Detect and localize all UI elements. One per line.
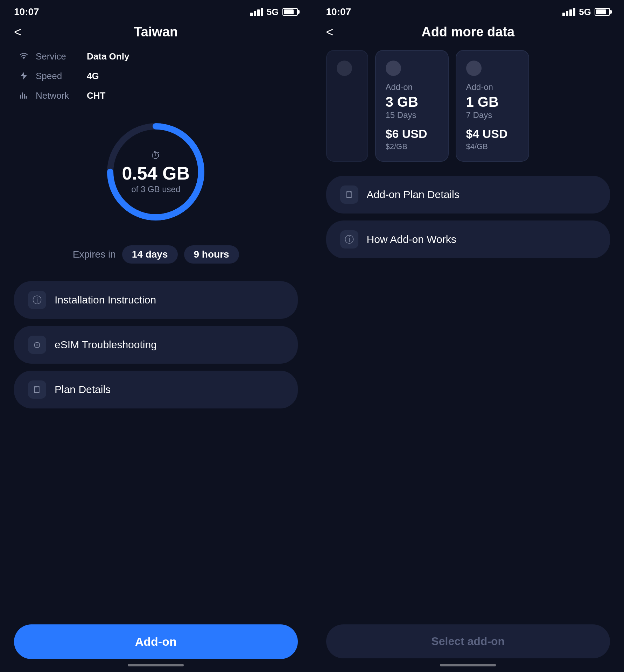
installation-button[interactable]: ⓘ Installation Instruction bbox=[14, 281, 298, 319]
right-screen: 10:07 5G < Add more data Add-on bbox=[312, 0, 624, 672]
how-works-label: How Add-on Works bbox=[367, 233, 456, 245]
status-icons-right: 5G bbox=[562, 7, 610, 18]
service-row: Service Data Only bbox=[0, 47, 312, 66]
home-indicator-left bbox=[128, 664, 184, 666]
plan-details-icon-left: 🗒 bbox=[28, 380, 46, 399]
expires-label: Expires in bbox=[73, 249, 116, 260]
speed-value: 4G bbox=[87, 71, 99, 82]
card-per-2: $4/GB bbox=[466, 142, 519, 151]
gauge-used-value: 0.54 GB bbox=[122, 164, 190, 182]
troubleshoot-button[interactable]: ⊙ eSIM Troubleshooting bbox=[14, 326, 298, 364]
select-addon-label: Select add-on bbox=[431, 635, 505, 648]
card-price-1: $6 USD bbox=[386, 127, 438, 141]
card-type-2: Add-on bbox=[466, 82, 519, 92]
plan-details-label-left: Plan Details bbox=[55, 384, 111, 396]
hours-badge: 9 hours bbox=[184, 245, 239, 264]
data-gauge: ⏱ 0.54 GB of 3 GB used bbox=[0, 105, 312, 235]
addon-card-partial[interactable] bbox=[326, 50, 368, 162]
card-dot-partial bbox=[337, 61, 352, 76]
5g-label-right: 5G bbox=[579, 7, 591, 18]
card-days-1: 15 Days bbox=[386, 110, 438, 120]
home-indicator-right bbox=[440, 664, 496, 666]
troubleshoot-icon: ⊙ bbox=[28, 336, 46, 354]
signal-icon-left bbox=[250, 8, 263, 16]
5g-label-left: 5G bbox=[267, 7, 279, 18]
card-dot-2 bbox=[466, 61, 482, 76]
speed-label: Speed bbox=[36, 71, 81, 82]
installation-icon: ⓘ bbox=[28, 291, 46, 309]
page-title-left: Taiwan bbox=[134, 24, 178, 40]
battery-icon-left bbox=[282, 8, 298, 16]
nav-header-left: < Taiwan bbox=[0, 21, 312, 47]
status-bar-right: 10:07 5G bbox=[312, 0, 624, 21]
addon-plan-details-button[interactable]: 🗒 Add-on Plan Details bbox=[326, 176, 610, 214]
card-days-2: 7 Days bbox=[466, 110, 519, 120]
back-button-right[interactable]: < bbox=[326, 25, 334, 40]
speed-row: Speed 4G bbox=[0, 66, 312, 86]
card-dot-1 bbox=[386, 61, 401, 76]
wifi-icon bbox=[17, 50, 30, 63]
battery-icon-right bbox=[595, 8, 610, 16]
addon-plan-details-label: Add-on Plan Details bbox=[367, 189, 460, 201]
back-button-left[interactable]: < bbox=[14, 25, 21, 40]
addon-button[interactable]: Add-on bbox=[14, 624, 298, 659]
network-label: Network bbox=[36, 90, 81, 101]
troubleshoot-label: eSIM Troubleshooting bbox=[55, 339, 157, 351]
addon-plan-details-icon: 🗒 bbox=[340, 186, 358, 204]
card-price-2: $4 USD bbox=[466, 127, 519, 141]
plan-details-button-left[interactable]: 🗒 Plan Details bbox=[14, 371, 298, 408]
card-data-2: 1 GB bbox=[466, 95, 519, 109]
service-label: Service bbox=[36, 51, 81, 62]
nav-header-right: < Add more data bbox=[312, 21, 624, 47]
status-icons-left: 5G bbox=[250, 7, 298, 18]
gauge-warning-icon: ⏱ bbox=[151, 150, 161, 161]
how-works-button[interactable]: ⓘ How Add-on Works bbox=[326, 220, 610, 258]
installation-label: Installation Instruction bbox=[55, 294, 156, 306]
network-value: CHT bbox=[87, 90, 105, 101]
gauge-total-label: of 3 GB used bbox=[131, 184, 180, 194]
addon-card-3gb[interactable]: Add-on 3 GB 15 Days $6 USD $2/GB bbox=[375, 50, 449, 162]
time-left: 10:07 bbox=[14, 6, 39, 18]
time-right: 10:07 bbox=[326, 6, 351, 18]
left-screen: 10:07 5G < Taiwan Service Data Only bbox=[0, 0, 312, 672]
card-per-1: $2/GB bbox=[386, 142, 438, 151]
expires-row: Expires in 14 days 9 hours bbox=[0, 235, 312, 278]
page-title-right: Add more data bbox=[421, 24, 514, 40]
network-bars-icon bbox=[17, 89, 30, 102]
gauge-center: ⏱ 0.54 GB of 3 GB used bbox=[122, 150, 190, 194]
card-data-1: 3 GB bbox=[386, 95, 438, 109]
days-badge: 14 days bbox=[122, 245, 178, 264]
addon-card-1gb[interactable]: Add-on 1 GB 7 Days $4 USD $4/GB bbox=[456, 50, 529, 162]
card-type-1: Add-on bbox=[386, 82, 438, 92]
select-addon-button[interactable]: Select add-on bbox=[326, 624, 610, 658]
how-works-icon: ⓘ bbox=[340, 230, 358, 248]
status-bar-left: 10:07 5G bbox=[0, 0, 312, 21]
bolt-icon bbox=[17, 70, 30, 82]
addon-cards-row: Add-on 3 GB 15 Days $6 USD $2/GB Add-on … bbox=[312, 47, 624, 172]
service-value: Data Only bbox=[87, 51, 129, 62]
signal-icon-right bbox=[562, 8, 575, 16]
addon-button-label: Add-on bbox=[135, 635, 177, 649]
network-row: Network CHT bbox=[0, 86, 312, 105]
